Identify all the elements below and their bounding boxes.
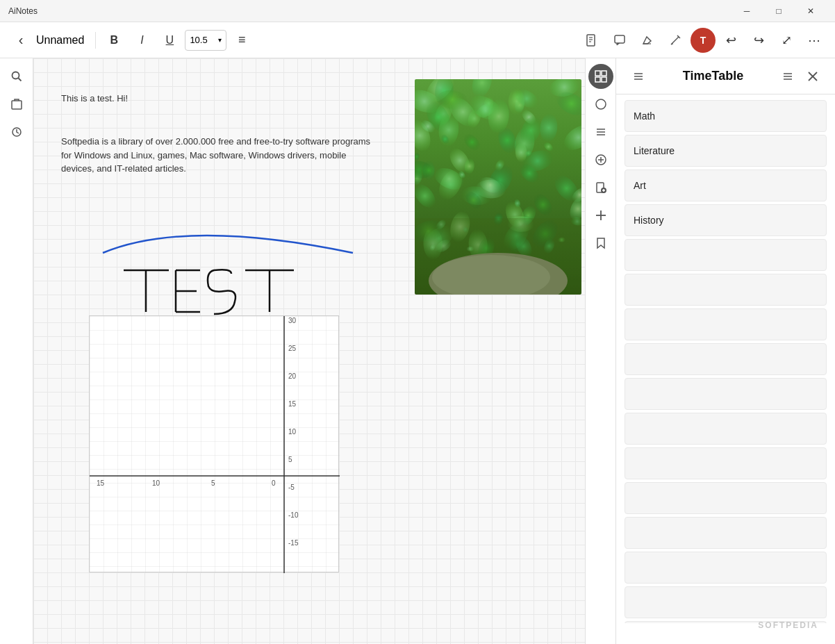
pen-button[interactable] (663, 28, 688, 53)
add-file-button[interactable] (588, 175, 613, 200)
list-icon-button[interactable] (588, 119, 613, 145)
close-button[interactable]: ✕ (795, 0, 827, 22)
add-file-icon (595, 181, 607, 194)
search-icon (10, 70, 23, 83)
panel-title: TimeTable (683, 69, 743, 83)
toolbar: ‹ Unnamed B I U 10.5 ▾ ≡ T ↩ ↪ ⤢ ⋯ (0, 22, 835, 58)
bold-button[interactable]: B (101, 28, 126, 53)
expand-button[interactable]: ⤢ (774, 28, 799, 53)
timetable-row[interactable] (625, 447, 827, 479)
note-canvas[interactable]: This is a test. Hi! Softpedia is a libra… (33, 58, 585, 644)
svg-text:15: 15 (288, 400, 297, 408)
svg-rect-22 (90, 316, 340, 573)
avatar-button[interactable]: T (691, 28, 716, 53)
undo-button[interactable]: ↩ (718, 28, 743, 53)
right-panel-icons (586, 58, 616, 644)
panel-list-icon (632, 70, 645, 83)
maximize-button[interactable]: □ (763, 0, 795, 22)
list-icon (595, 126, 607, 138)
timetable-row[interactable] (625, 586, 827, 618)
timetable-row[interactable]: Literature (625, 135, 827, 167)
add-circle-icon (595, 154, 607, 166)
files-button[interactable] (4, 92, 29, 117)
separator-1 (95, 32, 96, 49)
pen-icon (669, 34, 681, 47)
svg-rect-40 (595, 77, 600, 82)
underline-button[interactable]: U (157, 28, 182, 53)
timetable-row[interactable] (625, 552, 827, 584)
eraser-icon (641, 34, 654, 47)
redo-button[interactable]: ↪ (746, 28, 771, 53)
timetable-row[interactable] (625, 378, 827, 410)
graph-svg: 30 25 20 15 10 5 -5 -10 -15 15 10 5 0 (90, 316, 340, 573)
svg-line-10 (18, 79, 21, 81)
nature-canvas (415, 79, 581, 295)
graph-area: 30 25 20 15 10 5 -5 -10 -15 15 10 5 0 (89, 315, 339, 572)
pdf-icon (586, 34, 598, 47)
timetable-row[interactable] (625, 308, 827, 340)
panel-close-button[interactable] (802, 65, 824, 88)
svg-rect-4 (615, 35, 625, 43)
svg-text:-15: -15 (288, 539, 299, 547)
panel-view-button[interactable] (777, 65, 799, 88)
timetable-row[interactable]: Art (625, 170, 827, 201)
circle-icon (595, 98, 607, 110)
italic-button[interactable]: I (129, 28, 154, 53)
svg-text:5: 5 (288, 456, 292, 463)
eraser-button[interactable] (635, 28, 660, 53)
comment-icon (613, 34, 626, 47)
text-block-1: This is a test. Hi! (61, 93, 128, 104)
title-bar-controls: ─ □ ✕ (731, 0, 827, 22)
timetable-row[interactable] (625, 482, 827, 514)
search-button[interactable] (4, 64, 29, 89)
timetable-row[interactable] (625, 239, 827, 271)
svg-rect-0 (587, 35, 595, 46)
note-title: Unnamed (36, 34, 84, 47)
bookmark-icon (595, 237, 607, 249)
font-size-selector[interactable]: 10.5 ▾ (185, 30, 226, 51)
svg-point-9 (12, 72, 19, 79)
panel-list-button[interactable] (627, 65, 650, 88)
timetable-row[interactable] (625, 413, 827, 445)
bookmark-button[interactable] (588, 231, 613, 256)
plus-icon (595, 209, 607, 222)
svg-rect-38 (595, 71, 600, 76)
table-icon (595, 70, 607, 83)
svg-rect-41 (602, 77, 606, 82)
svg-marker-5 (643, 37, 651, 44)
timetable-row[interactable] (625, 517, 827, 549)
svg-marker-55 (597, 238, 604, 248)
pdf-button[interactable] (579, 28, 604, 53)
add-circle-button[interactable] (588, 147, 613, 172)
back-button[interactable]: ‹ (8, 28, 33, 53)
svg-text:20: 20 (288, 372, 297, 380)
svg-rect-11 (12, 101, 22, 109)
circle-icon-button[interactable] (588, 92, 613, 117)
panel-close-icon (807, 71, 818, 82)
svg-point-42 (596, 99, 606, 109)
toolbar-right: T ↩ ↪ ⤢ ⋯ (579, 28, 827, 53)
svg-text:15: 15 (97, 479, 105, 487)
svg-text:10: 10 (152, 479, 160, 487)
main-layout: This is a test. Hi! Softpedia is a libra… (0, 58, 835, 644)
timetable-row[interactable]: History (625, 204, 827, 236)
more-button[interactable]: ⋯ (802, 28, 827, 53)
panel-header-icons (777, 65, 824, 88)
minimize-button[interactable]: ─ (731, 0, 763, 22)
table-icon-button[interactable] (588, 64, 613, 89)
timetable-row[interactable] (625, 274, 827, 306)
text-block-2: Softpedia is a library of over 2.000.000… (61, 135, 381, 176)
plus-button[interactable] (588, 203, 613, 228)
svg-text:5: 5 (211, 479, 215, 487)
softpedia-watermark: SOFTPEDIA (608, 615, 827, 636)
timetable-row[interactable] (625, 343, 827, 375)
timetable-row[interactable]: Math (625, 100, 827, 132)
title-bar: AiNotes ─ □ ✕ (0, 0, 835, 22)
svg-text:30: 30 (288, 317, 297, 324)
app-name: AiNotes (8, 6, 731, 16)
svg-rect-39 (602, 71, 606, 76)
comment-button[interactable] (607, 28, 632, 53)
history-button[interactable] (4, 119, 29, 145)
list-button[interactable]: ≡ (229, 28, 254, 53)
svg-text:25: 25 (288, 345, 297, 352)
